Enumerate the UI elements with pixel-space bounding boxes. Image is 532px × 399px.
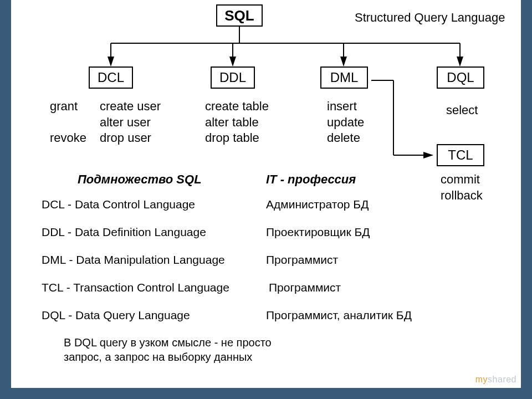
profession-row-0: Администратор БД — [266, 197, 369, 212]
subset-row-3: TCL - Transaction Control Language — [42, 280, 229, 295]
label-dml: DML — [330, 70, 359, 85]
box-dql: DQL — [437, 66, 484, 89]
profession-row-1: Проектировщик БД — [266, 224, 370, 239]
heading-subset: Подмножество SQL — [78, 172, 202, 188]
profession-row-3: Программист — [269, 280, 341, 295]
subset-row-2: DML - Data Manipulation Language — [42, 252, 225, 267]
text-sql-fullname: Structured Query Language — [355, 10, 505, 26]
watermark-shared: shared — [488, 375, 516, 384]
box-tcl: TCL — [437, 144, 484, 166]
label-ddl: DDL — [219, 70, 246, 85]
footnote: В DQL query в узком смысле - не просто з… — [64, 335, 272, 364]
subset-row-1: DDL - Data Definition Language — [42, 224, 206, 239]
label-tcl: TCL — [448, 147, 473, 163]
box-sql: SQL — [216, 4, 263, 27]
watermark-my: my — [475, 375, 488, 384]
cmds-dcl-col2: create user alter user drop user — [100, 99, 161, 146]
cmds-ddl: create table alter table drop table — [205, 99, 269, 146]
heading-profession: IT - профессия — [266, 172, 356, 188]
box-ddl: DDL — [211, 66, 255, 89]
box-dcl: DCL — [89, 66, 133, 89]
cmds-tcl: commit rollback — [441, 172, 483, 203]
slide-card: SQL Structured Query Language DCL DDL DM… — [11, 0, 521, 388]
profession-row-4: Программист, аналитик БД — [266, 308, 412, 323]
subset-row-0: DCL - Data Control Language — [42, 197, 195, 212]
watermark: myshared — [475, 375, 516, 385]
label-sql: SQL — [224, 7, 254, 24]
subset-row-4: DQL - Data Query Language — [42, 308, 190, 323]
box-dml: DML — [320, 66, 368, 89]
profession-row-2: Программист — [266, 252, 338, 267]
cmds-dml: insert update delete — [327, 99, 364, 146]
cmds-dcl-col1: grant revoke — [50, 99, 86, 146]
cmds-dql: select — [446, 103, 478, 119]
label-dcl: DCL — [98, 70, 124, 85]
label-dql: DQL — [447, 70, 474, 85]
